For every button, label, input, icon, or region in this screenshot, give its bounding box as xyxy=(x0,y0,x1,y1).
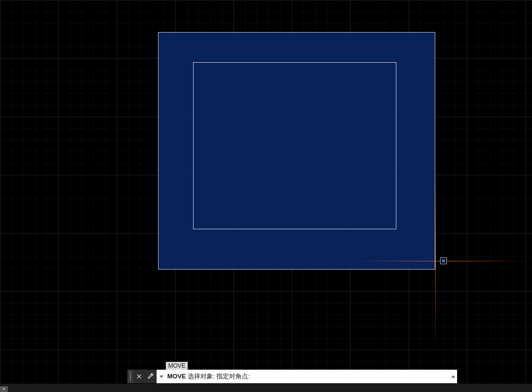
close-command-bar-button[interactable] xyxy=(133,370,145,383)
command-hint: 指定对角点: xyxy=(216,373,250,380)
command-name: MOVE xyxy=(167,373,186,380)
command-tooltip-text: MOVE xyxy=(168,362,185,369)
drawing-canvas[interactable]: MOVE xyxy=(0,0,532,384)
wrench-icon xyxy=(147,373,155,380)
dropdown-icon[interactable] xyxy=(160,375,163,378)
command-prompt: 选择对象: xyxy=(188,373,215,380)
customize-button[interactable] xyxy=(145,370,157,383)
drawn-rectangle xyxy=(193,62,396,229)
crosshair-vertical xyxy=(435,171,436,351)
add-layout-tab-button[interactable]: + xyxy=(0,386,8,392)
plus-icon: + xyxy=(2,387,5,392)
cursor-pickbox xyxy=(440,257,447,264)
command-input[interactable]: MOVE 选择对象: 指定对角点: xyxy=(157,370,457,383)
expand-up-icon[interactable] xyxy=(451,375,455,378)
command-bar: MOVE 选择对象: 指定对角点: xyxy=(127,370,457,383)
command-line-text: MOVE 选择对象: 指定对角点: xyxy=(167,372,250,381)
close-icon xyxy=(136,374,142,379)
command-bar-grip[interactable] xyxy=(127,370,133,383)
command-tooltip: MOVE xyxy=(166,362,188,370)
